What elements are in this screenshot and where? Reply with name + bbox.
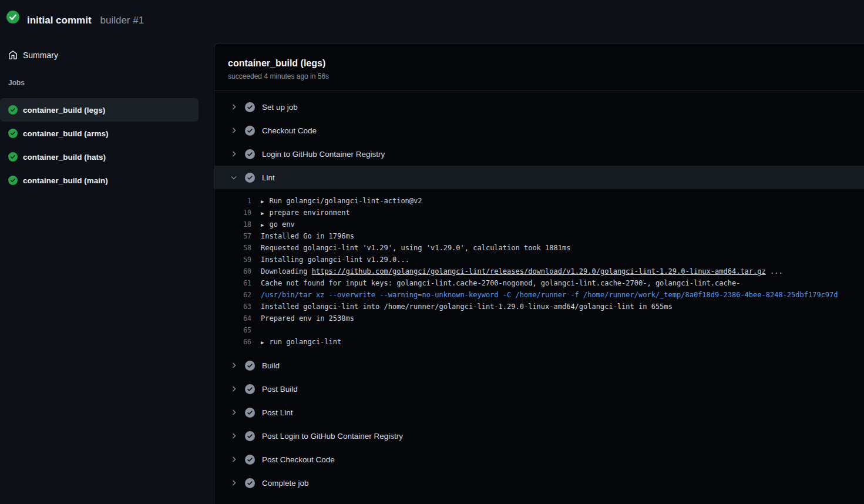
log-line-number[interactable]: 65 bbox=[214, 326, 251, 334]
log-line-text: ▶prepare environment bbox=[261, 209, 350, 217]
step-success-icon bbox=[245, 431, 255, 441]
log-line: 61 ▶Cache not found for input keys: gola… bbox=[214, 277, 864, 289]
job-label: container_build (main) bbox=[23, 176, 108, 185]
sidebar-job-item-2[interactable]: container_build (hats) bbox=[0, 145, 199, 169]
log-line: 66 ▶run golangci-lint bbox=[214, 336, 864, 348]
log-line-number[interactable]: 1 bbox=[214, 197, 251, 205]
step-label: Login to GitHub Container Registry bbox=[262, 150, 385, 159]
step-success-icon bbox=[245, 408, 255, 418]
log-line: 18 ▶go env bbox=[214, 219, 864, 230]
log-line-text: ▶Requested golangci-lint 'v1.29', using … bbox=[261, 244, 570, 252]
step-row[interactable]: Login to GitHub Container Registry bbox=[214, 142, 864, 166]
log-line-text: ▶Cache not found for input keys: golangc… bbox=[261, 279, 740, 287]
chevron-icon bbox=[230, 361, 238, 369]
chevron-icon bbox=[230, 150, 238, 158]
job-success-icon bbox=[8, 105, 18, 115]
log-line: 57 ▶Installed Go in 1796ms bbox=[214, 230, 864, 242]
group-marker-icon[interactable]: ▶ bbox=[261, 340, 264, 345]
step-row[interactable]: Post Build bbox=[214, 377, 864, 401]
steps-list: Set up job Checkout Code bbox=[214, 91, 864, 495]
step-row[interactable]: Set up job bbox=[214, 95, 864, 119]
chevron-icon bbox=[230, 385, 238, 393]
log-link[interactable]: https://github.com/golangci/golangci-lin… bbox=[312, 267, 766, 275]
log-line-text: ▶go env bbox=[261, 220, 295, 229]
log-line-number[interactable]: 10 bbox=[214, 209, 251, 217]
step-success-icon bbox=[245, 455, 255, 465]
run-success-icon bbox=[6, 11, 19, 23]
step: Checkout Code bbox=[214, 119, 864, 142]
log-line: 58 ▶Requested golangci-lint 'v1.29', usi… bbox=[214, 242, 864, 254]
log-line-text: ▶Run golangci/golangci-lint-action@v2 bbox=[261, 197, 422, 205]
log-line-text: ▶Installed Go in 1796ms bbox=[261, 232, 354, 240]
step-success-icon bbox=[245, 384, 255, 394]
chevron-icon bbox=[230, 173, 238, 182]
chevron-icon bbox=[230, 432, 238, 440]
log-line-number[interactable]: 60 bbox=[214, 267, 251, 275]
step-success-icon bbox=[245, 102, 255, 112]
log-line: 1 ▶Run golangci/golangci-lint-action@v2 bbox=[214, 195, 864, 207]
step-label: Build bbox=[262, 361, 280, 370]
group-marker-icon[interactable]: ▶ bbox=[261, 222, 264, 228]
step: Post Checkout Code bbox=[214, 448, 864, 471]
sidebar-item-summary[interactable]: Summary bbox=[0, 47, 214, 63]
step-row[interactable]: Post Login to GitHub Container Registry bbox=[214, 424, 864, 448]
job-log-panel: container_build (legs) succeeded 4 minut… bbox=[214, 43, 864, 504]
step-row[interactable]: Lint bbox=[214, 166, 864, 189]
log-line-number[interactable]: 18 bbox=[214, 220, 251, 229]
jobs-list: container_build (legs) container_build (… bbox=[0, 98, 214, 192]
step-success-icon bbox=[245, 149, 255, 159]
log-line-number[interactable]: 66 bbox=[214, 338, 251, 346]
job-success-icon bbox=[8, 176, 18, 185]
workflow-run-number: builder #1 bbox=[100, 15, 144, 26]
jobs-heading: Jobs bbox=[0, 79, 214, 89]
chevron-icon bbox=[230, 126, 238, 135]
log-line-number[interactable]: 62 bbox=[214, 291, 251, 299]
step: Post Lint bbox=[214, 401, 864, 424]
log-line: 59 ▶Installing golangci-lint v1.29.0... bbox=[214, 254, 864, 266]
log-line-text: ▶Installed golangci-lint into /home/runn… bbox=[261, 303, 673, 311]
job-panel-header: container_build (legs) succeeded 4 minut… bbox=[214, 43, 864, 91]
sidebar: Summary Jobs container_build (legs) cont… bbox=[0, 34, 214, 504]
step: Lint 1 ▶Run golangci/golangci-lint-actio… bbox=[214, 166, 864, 354]
sidebar-job-item-0[interactable]: container_build (legs) bbox=[0, 98, 199, 122]
job-label: container_build (arms) bbox=[23, 129, 109, 138]
step-row[interactable]: Complete job bbox=[214, 471, 864, 495]
step-label: Set up job bbox=[262, 103, 298, 112]
step-row[interactable]: Post Checkout Code bbox=[214, 448, 864, 471]
chevron-icon bbox=[230, 408, 238, 416]
step-row[interactable]: Build bbox=[214, 354, 864, 377]
step-success-icon bbox=[245, 126, 255, 136]
chevron-icon bbox=[230, 103, 238, 111]
step-row[interactable]: Checkout Code bbox=[214, 119, 864, 142]
home-icon bbox=[8, 51, 18, 60]
log-line-number[interactable]: 61 bbox=[214, 279, 251, 287]
log-line: 63 ▶Installed golangci-lint into /home/r… bbox=[214, 301, 864, 313]
chevron-icon bbox=[230, 479, 238, 487]
log-line-text: ▶Prepared env in 2538ms bbox=[261, 314, 354, 322]
step-row[interactable]: Post Lint bbox=[214, 401, 864, 424]
log-line: 60 ▶Downloading https://github.com/golan… bbox=[214, 266, 864, 277]
step-label: Lint bbox=[262, 173, 275, 182]
step: Build bbox=[214, 354, 864, 377]
log-line-number[interactable]: 63 bbox=[214, 303, 251, 311]
sidebar-job-item-1[interactable]: container_build (arms) bbox=[0, 122, 199, 145]
log-line-text: ▶/usr/bin/tar xz --overwrite --warning=n… bbox=[261, 291, 838, 299]
log-line-number[interactable]: 58 bbox=[214, 244, 251, 252]
step-label: Post Login to GitHub Container Registry bbox=[262, 432, 403, 441]
step-label: Post Build bbox=[262, 385, 298, 394]
group-marker-icon[interactable]: ▶ bbox=[261, 199, 264, 204]
log-line-number[interactable]: 57 bbox=[214, 232, 251, 240]
step-success-icon bbox=[245, 478, 255, 488]
log-line-number[interactable]: 59 bbox=[214, 256, 251, 264]
log-line-text: ▶Installing golangci-lint v1.29.0... bbox=[261, 256, 409, 264]
step-log: 1 ▶Run golangci/golangci-lint-action@v2 … bbox=[214, 189, 864, 354]
step-label: Post Lint bbox=[262, 408, 293, 417]
sidebar-job-item-3[interactable]: container_build (main) bbox=[0, 169, 199, 192]
log-line-number[interactable]: 64 bbox=[214, 314, 251, 322]
run-header: initial commit builder #1 bbox=[0, 0, 864, 34]
summary-label: Summary bbox=[23, 51, 58, 60]
group-marker-icon[interactable]: ▶ bbox=[261, 210, 264, 216]
step-label: Complete job bbox=[262, 479, 309, 488]
job-label: container_build (hats) bbox=[23, 153, 106, 162]
step-label: Post Checkout Code bbox=[262, 455, 335, 464]
